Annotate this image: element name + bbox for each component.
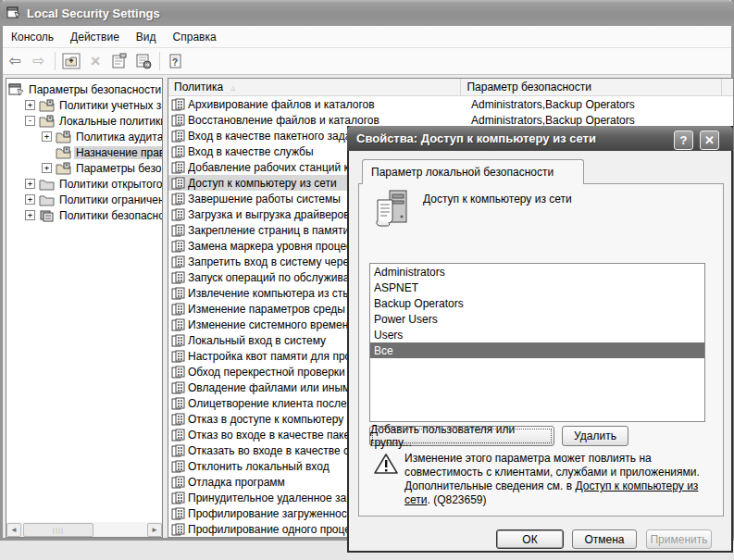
policy-folder-icon [56,162,71,175]
expand-icon[interactable]: + [42,131,52,142]
tree-item[interactable]: +Политики учетных запис [6,97,162,113]
mmc-app-icon [6,6,21,20]
policy-document-icon [171,98,185,111]
policy-computer-icon [373,187,414,230]
folder-icon [39,178,55,191]
policy-folder-icon [39,115,55,128]
dialog-close-button[interactable]: ✕ [700,131,719,150]
column-header-policy[interactable]: Политика ▵ [168,79,461,95]
toolbar-separator [159,52,160,70]
policy-name-cell: Архивирование файлов и каталогов [188,98,463,111]
policy-document-icon [171,429,185,442]
policy-document-icon [171,476,185,489]
policy-folder-icon [56,146,71,159]
expand-icon[interactable]: + [25,179,35,189]
back-icon[interactable]: ⇦ [4,51,26,71]
dialog-title: Свойства: Доступ к компьютеру из сети [356,131,596,145]
policy-document-icon [171,161,185,174]
tree-item-label: Назначение прав пол [74,146,162,159]
properties-dialog: Свойства: Доступ к компьютеру из сети ? … [347,126,733,553]
menu-action[interactable]: Действие [62,28,128,46]
tab-label: Параметр локальной безопасности [371,166,554,179]
policy-document-icon [171,381,185,394]
member-list-item[interactable]: Administrators [370,264,704,280]
sort-ascending-icon: ▵ [230,82,235,93]
tree-item-label: Политики учетных запис [57,99,162,112]
member-list-item[interactable]: Все [370,342,704,358]
policy-name-cell: Восстановление файлов и каталогов [188,114,463,127]
dialog-policy-name: Доступ к компьютеру из сети [423,193,572,205]
menu-konsol[interactable]: Консоль [3,28,62,46]
delete-icon[interactable]: ✕ [84,51,106,71]
scrollbar-thumb[interactable]: |||| [23,523,93,537]
members-listbox[interactable]: AdministratorsASPNETBackup OperatorsPowe… [369,263,705,422]
menu-view[interactable]: Вид [128,28,165,46]
policy-document-icon [171,318,185,331]
policy-document-icon [171,130,185,143]
console-tree-panel: Параметры безопасности+Политики учетных … [6,78,163,538]
policy-document-icon [171,224,185,237]
security-setting-cell: Administrators,Backup Operators [463,114,635,127]
tree-item[interactable]: -Локальные политики [6,113,162,129]
ok-button[interactable]: ОК [496,529,564,549]
column-header-setting[interactable]: Параметр безопасности [461,79,722,95]
forward-icon[interactable]: ⇨ [28,51,50,71]
up-level-icon[interactable] [60,51,82,71]
policy-document-icon [171,444,185,457]
member-list-item[interactable]: Users [370,327,704,342]
list-header: Политика ▵ Параметр безопасности [168,79,733,96]
tree-item[interactable]: +Параметры безопасно [6,160,162,176]
policy-document-icon [171,240,185,253]
tab-local-security-setting[interactable]: Параметр локальной безопасности [362,159,584,184]
security-setting-cell: Administrators,Backup Operators [463,98,635,111]
member-list-item[interactable]: Power Users [370,311,704,327]
svg-text:?: ? [172,57,178,68]
policy-document-icon [171,350,185,363]
warning-icon [374,453,398,475]
dialog-help-button[interactable]: ? [674,131,693,150]
member-list-item[interactable]: ASPNET [370,280,704,295]
member-list-item[interactable]: Backup Operators [370,295,704,311]
scroll-left-icon[interactable]: ◄ [6,523,21,537]
scroll-right-icon[interactable]: ► [147,523,162,537]
tree-item-label: Параметры безопасности [27,83,162,96]
expand-icon[interactable]: + [25,100,35,110]
properties-icon[interactable] [108,51,131,71]
remove-button[interactable]: Удалить [562,426,628,446]
help-icon[interactable]: ? [165,51,187,71]
tree-item[interactable]: +Политика аудита [6,129,162,144]
apply-button[interactable]: Применить [646,529,712,549]
tree-item[interactable]: Параметры безопасности [6,81,162,97]
mmc-window: Local Security Settings Консоль Действие… [0,0,734,541]
policy-document-icon [171,492,185,504]
policy-document-icon [171,177,185,190]
expand-icon[interactable]: + [25,210,35,220]
tree-item-label: Политики безопасности I [57,209,162,222]
policy-document-icon [171,303,185,316]
policy-document-icon [171,413,185,426]
export-list-icon[interactable] [132,51,155,71]
warning-text-after: . (Q823659) [427,493,486,506]
window-titlebar[interactable]: Local Security Settings [0,0,734,26]
cancel-button[interactable]: Отмена [572,529,637,549]
policy-document-icon [171,271,185,284]
tree-item-label: Параметры безопасно [74,162,162,175]
menu-help[interactable]: Справка [165,28,225,46]
policy-document-icon [171,193,185,205]
expand-icon[interactable]: + [42,163,52,173]
tree-item[interactable]: +Назначение прав пол [6,144,162,160]
column-header-policy-label: Политика [174,81,223,93]
tree-horizontal-scrollbar[interactable]: ◄ |||| ► [6,522,162,537]
policy-document-icon [171,507,185,520]
policy-document-icon [171,460,185,473]
column-header-blank [722,79,733,95]
tree-item[interactable]: +Политики ограниченного [6,192,162,207]
toolbar-separator [55,52,56,70]
add-user-or-group-button[interactable]: Добавить пользователя или группу... [369,426,554,446]
tree-item-label: Политики открытого клю [57,178,162,191]
table-row[interactable]: Архивирование файлов и каталоговAdminist… [168,96,733,112]
expand-icon[interactable]: + [25,194,35,205]
collapse-icon[interactable]: - [25,116,35,126]
tree-item[interactable]: +Политики открытого клю [6,176,162,192]
tree-item[interactable]: +Политики безопасности I [6,207,162,223]
